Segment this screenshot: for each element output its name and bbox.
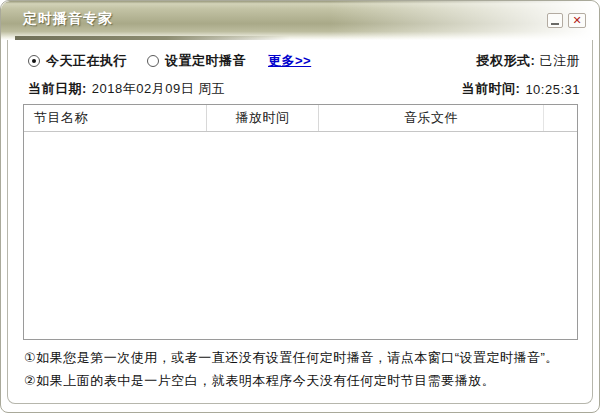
schedule-table: 节目名称 播放时间 音乐文件 [23, 104, 578, 340]
schedule-table-header: 节目名称 播放时间 音乐文件 [24, 105, 577, 132]
schedule-table-body[interactable] [24, 132, 577, 339]
titlebar[interactable]: 定时播音专家 ✕ [1, 1, 599, 40]
close-icon: ✕ [572, 15, 581, 26]
column-header-music-file[interactable]: 音乐文件 [319, 105, 544, 131]
current-time-label: 当前时间: [462, 80, 521, 98]
mode-toolbar: 今天正在执行 设置定时播音 更多>> 授权形式: 已注册 [28, 51, 580, 71]
radio-setup-option[interactable]: 设置定时播音 [147, 52, 246, 70]
license-label: 授权形式: [477, 53, 536, 68]
status-row: 当前日期: 2018年02月09日 周五 当前时间: 10:25:31 [28, 80, 580, 98]
radio-today-control[interactable] [28, 55, 40, 67]
more-link[interactable]: 更多>> [268, 52, 311, 70]
footnotes: ①如果您是第一次使用，或者一直还没有设置任何定时播音，请点本窗口“设置定时播音”… [24, 346, 582, 392]
column-header-program-name[interactable]: 节目名称 [24, 105, 207, 131]
footnote-line-1: ①如果您是第一次使用，或者一直还没有设置任何定时播音，请点本窗口“设置定时播音”… [24, 346, 582, 369]
footnote-line-2: ②如果上面的表中是一片空白，就表明本程序今天没有任何定时节目需要播放。 [24, 369, 582, 392]
radio-today-label: 今天正在执行 [46, 52, 127, 70]
close-button[interactable]: ✕ [568, 13, 586, 28]
column-header-play-time[interactable]: 播放时间 [207, 105, 319, 131]
minimize-button[interactable] [547, 13, 563, 28]
current-date-label: 当前日期: [28, 80, 87, 98]
content-panel: 今天正在执行 设置定时播音 更多>> 授权形式: 已注册 当前日期: 2018年… [7, 40, 593, 404]
window-title: 定时播音专家 [23, 10, 113, 28]
column-header-blank [544, 105, 577, 131]
radio-setup-label: 设置定时播音 [165, 52, 246, 70]
license-status: 授权形式: 已注册 [477, 52, 580, 70]
current-time: 当前时间: 10:25:31 [462, 80, 580, 98]
radio-today-option[interactable]: 今天正在执行 [28, 52, 127, 70]
current-time-value: 10:25:31 [525, 82, 580, 97]
radio-setup-control[interactable] [147, 55, 159, 67]
license-value: 已注册 [540, 53, 581, 68]
current-date-value: 2018年02月09日 周五 [92, 80, 225, 98]
app-window: 定时播音专家 ✕ 今天正在执行 设置定时播音 更多>> 授权形式: 已注册 [0, 0, 600, 413]
minimize-icon [551, 23, 559, 25]
